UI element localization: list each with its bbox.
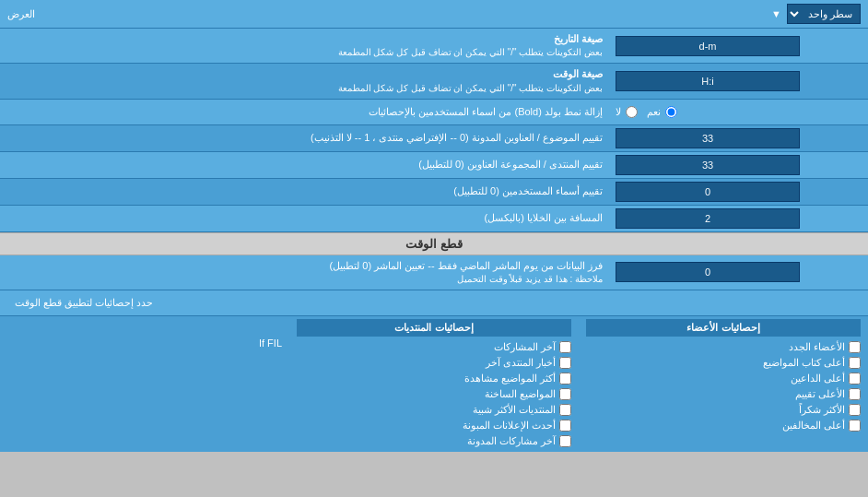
bold-label: إزالة نمط بولد (Bold) من اسماء المستخدمي… [0, 101, 610, 123]
limit-row: حدد إحصائيات لتطبيق قطع الوقت [0, 290, 868, 316]
order-users-row: تقييم أسماء المستخدمين (0 للتطبيل) [0, 179, 868, 206]
time-format-row: صيغة الوقت بعض التكوينات يتطلب "/" التي … [0, 64, 868, 99]
order-forum-row: تقييم المنتدى / المجموعة العناوين (0 للت… [0, 152, 868, 179]
checkbox-latest-ads-input[interactable] [559, 420, 571, 432]
checkbox-top-violations: أعلى المخالفين [586, 418, 861, 433]
gap-cells-input-cell [610, 206, 868, 231]
checkbox-most-viewed-input[interactable] [559, 373, 571, 385]
checkbox-new-members-input[interactable] [849, 341, 861, 353]
order-forum-input-cell [610, 152, 868, 178]
filter-input[interactable] [616, 262, 800, 282]
checkbox-top-writers: أعلى كتاب المواضيع [586, 355, 861, 371]
filter-row: فرز البيانات من يوم الماشر الماضي فقط --… [0, 255, 868, 290]
checkbox-col-members: إحصائيات الأعضاء الأعضاء الجدد أعلى كتاب… [579, 316, 868, 452]
checkbox-hot-topics: المواضيع الساخنة [297, 386, 571, 402]
date-format-input-cell [610, 33, 868, 59]
checkbox-most-similar-input[interactable] [559, 404, 571, 416]
checkbox-forum-news: أخبار المنتدى آخر [297, 355, 571, 371]
col1-header: إحصائيات الأعضاء [586, 319, 861, 337]
filter-label: فرز البيانات من يوم الماشر الماضي فقط --… [0, 255, 610, 290]
bold-row: نعم لا إزالة نمط بولد (Bold) من اسماء ال… [0, 100, 868, 125]
time-format-input[interactable] [616, 71, 800, 91]
time-format-input-cell [610, 68, 868, 94]
order-topics-row: تقييم الموضوع / العناوين المدونة (0 -- ا… [0, 125, 868, 152]
display-select[interactable]: سطر واحد سطرين ثلاثة أسطر [787, 4, 861, 24]
checkbox-col-note: If FIL [0, 316, 289, 452]
time-format-label: صيغة الوقت بعض التكوينات يتطلب "/" التي … [0, 64, 610, 98]
checkbox-last-posts: آخر المشاركات [297, 339, 571, 355]
checkbox-latest-ads: أحدث الإعلانات المبونة [297, 418, 571, 433]
bold-radio-no[interactable] [626, 106, 638, 118]
checkbox-top-rated: الأعلى تقييم [586, 386, 861, 402]
bottom-note: If FIL [7, 319, 282, 349]
gap-cells-label: المسافة بين الخلايا (بالبكسل) [0, 207, 610, 229]
checkbox-section: إحصائيات الأعضاء الأعضاء الجدد أعلى كتاب… [0, 316, 868, 452]
checkbox-top-inviters-input[interactable] [849, 373, 861, 385]
checkbox-new-members: الأعضاء الجدد [586, 339, 861, 355]
checkbox-last-posts-input[interactable] [559, 341, 571, 353]
date-format-input[interactable] [616, 36, 800, 56]
checkbox-most-viewed: أكثر المواضيع مشاهدة [297, 371, 571, 386]
order-topics-input-cell [610, 125, 868, 151]
order-users-input[interactable] [616, 182, 800, 202]
checkbox-last-blog-posts-input[interactable] [559, 435, 571, 447]
checkbox-top-violations-input[interactable] [849, 420, 861, 432]
col2-header: إحصائيات المنتديات [297, 319, 571, 337]
date-format-label: صيغة التاريخ بعض التكوينات يتطلب "/" الت… [0, 29, 610, 63]
checkbox-most-similar: المنتديات الأكثر شبية [297, 402, 571, 418]
checkbox-col-forums: إحصائيات المنتديات آخر المشاركات أخبار ا… [289, 316, 579, 452]
bold-radio-yes[interactable] [665, 106, 677, 118]
filter-input-cell [610, 259, 868, 285]
order-users-input-cell [610, 179, 868, 205]
gap-cells-row: المسافة بين الخلايا (بالبكسل) [0, 206, 868, 232]
realtime-section-header: قطع الوقت [0, 232, 868, 255]
checkbox-top-rated-input[interactable] [849, 388, 861, 400]
top-label: العرض [7, 8, 35, 20]
checkbox-forum-news-input[interactable] [559, 357, 571, 369]
bold-radio-cell: نعم لا [610, 103, 868, 121]
checkbox-most-thanks-input[interactable] [849, 404, 861, 416]
limit-label: حدد إحصائيات لتطبيق قطع الوقت [7, 294, 160, 312]
order-topics-label: تقييم الموضوع / العناوين المدونة (0 -- ا… [0, 127, 610, 148]
checkbox-last-blog-posts: آخر مشاركات المدونة [297, 433, 571, 449]
checkbox-hot-topics-input[interactable] [559, 388, 571, 400]
order-forum-label: تقييم المنتدى / المجموعة العناوين (0 للت… [0, 154, 610, 175]
checkbox-most-thanks: الأكثر شكراً [586, 402, 861, 418]
order-users-label: تقييم أسماء المستخدمين (0 للتطبيل) [0, 181, 610, 202]
top-header: سطر واحد سطرين ثلاثة أسطر ▼ العرض [0, 0, 868, 29]
checkbox-top-writers-input[interactable] [849, 357, 861, 369]
order-topics-input[interactable] [616, 128, 800, 148]
date-format-row: صيغة التاريخ بعض التكوينات يتطلب "/" الت… [0, 29, 868, 64]
order-forum-input[interactable] [616, 155, 800, 175]
bold-radio-group: نعم لا [616, 106, 679, 118]
gap-cells-input[interactable] [616, 208, 800, 229]
checkbox-top-inviters: أعلى الداعين [586, 371, 861, 386]
